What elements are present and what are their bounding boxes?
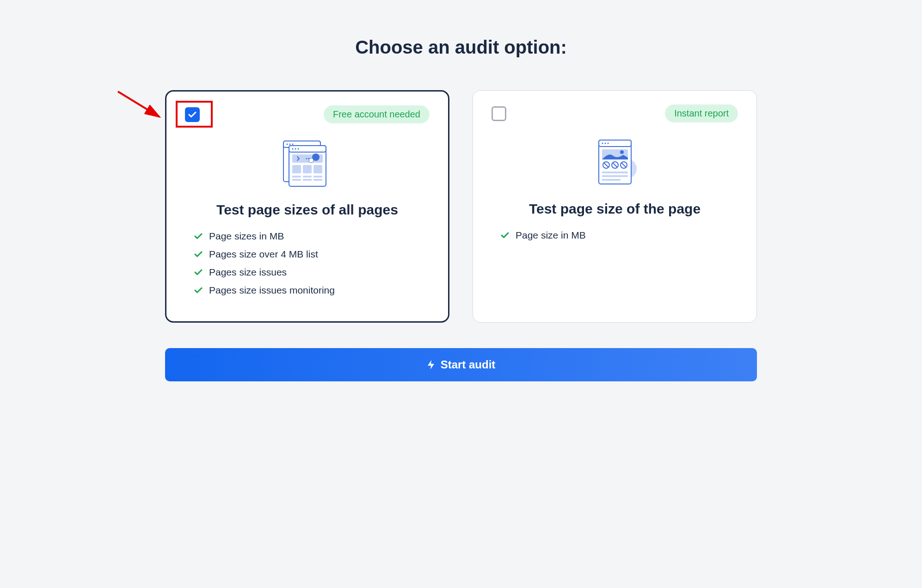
list-item: Pages size issues [194, 267, 420, 278]
feature-text: Pages size over 4 MB list [209, 249, 318, 260]
illustration-single-page-icon [492, 136, 738, 187]
svg-rect-29 [599, 140, 631, 147]
lightning-icon [427, 360, 435, 370]
svg-rect-19 [303, 165, 312, 173]
status-badge: Instant report [665, 104, 738, 122]
svg-point-11 [295, 148, 296, 150]
svg-point-16 [306, 158, 307, 159]
cards-wrapper: Free account needed [165, 90, 757, 323]
card-header: Instant report [492, 104, 738, 122]
feature-text: Pages size issues [209, 267, 287, 278]
feature-text: Page size in MB [516, 230, 586, 241]
svg-rect-41 [602, 172, 628, 173]
option-checkbox-checked[interactable] [185, 107, 200, 122]
page-title: Choose an audit option: [165, 37, 757, 58]
svg-rect-42 [602, 175, 628, 177]
list-item: Pages size issues monitoring [194, 285, 420, 296]
check-icon [194, 233, 203, 239]
list-item: Pages size over 4 MB list [194, 249, 420, 260]
option-checkbox-unchecked[interactable] [492, 106, 506, 121]
features-list: Page sizes in MB Pages size over 4 MB li… [185, 231, 430, 296]
start-audit-button[interactable]: Start audit [165, 348, 757, 381]
svg-rect-18 [292, 165, 301, 173]
svg-point-10 [292, 148, 293, 150]
svg-point-17 [308, 158, 309, 159]
svg-line-1 [118, 92, 160, 117]
arrow-annotation-icon [116, 89, 169, 124]
check-icon [194, 287, 203, 294]
svg-rect-23 [303, 176, 312, 178]
svg-rect-43 [602, 179, 621, 181]
svg-rect-25 [313, 176, 322, 178]
status-badge: Free account needed [324, 105, 430, 123]
check-icon [501, 232, 509, 239]
svg-rect-26 [313, 179, 322, 181]
svg-rect-9 [289, 146, 326, 152]
svg-point-6 [289, 144, 290, 145]
features-list: Page size in MB [492, 230, 738, 241]
svg-point-34 [620, 150, 624, 154]
svg-rect-21 [292, 176, 301, 178]
svg-point-32 [607, 143, 609, 144]
check-icon [194, 251, 203, 257]
card-title: Test page size of the page [492, 201, 738, 217]
svg-rect-20 [313, 165, 322, 173]
svg-point-12 [297, 148, 299, 150]
svg-rect-24 [303, 179, 312, 181]
feature-text: Pages size issues monitoring [209, 285, 335, 296]
svg-point-15 [309, 158, 313, 163]
check-icon [194, 269, 203, 276]
check-icon [188, 111, 197, 118]
svg-point-7 [292, 144, 293, 145]
list-item: Page size in MB [501, 230, 729, 241]
list-item: Page sizes in MB [194, 231, 420, 242]
illustration-all-pages-icon [185, 137, 430, 188]
audit-option-single-page[interactable]: Instant report [473, 90, 757, 323]
svg-rect-22 [292, 179, 301, 181]
feature-text: Page sizes in MB [209, 231, 284, 242]
svg-point-30 [602, 143, 603, 144]
button-label: Start audit [441, 358, 496, 371]
audit-option-all-pages[interactable]: Free account needed [165, 90, 449, 323]
svg-point-31 [604, 143, 606, 144]
card-title: Test page sizes of all pages [185, 202, 430, 218]
card-header: Free account needed [185, 105, 430, 123]
svg-point-5 [286, 144, 288, 145]
